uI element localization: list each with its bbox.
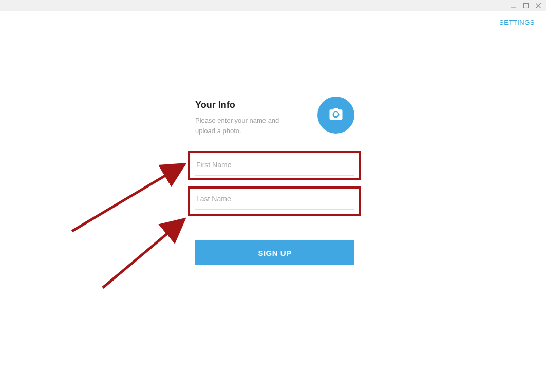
- annotation-arrow-1: [67, 154, 200, 236]
- svg-line-4: [72, 165, 182, 231]
- svg-rect-0: [511, 7, 516, 8]
- svg-rect-1: [524, 3, 529, 8]
- window-titlebar: [0, 0, 546, 11]
- signup-form: Your Info Please enter your name and upl…: [195, 97, 354, 265]
- form-subtitle: Please enter your name and upload a phot…: [195, 116, 288, 136]
- svg-line-5: [103, 221, 182, 288]
- form-header: Your Info Please enter your name and upl…: [195, 97, 354, 136]
- minimize-icon[interactable]: [510, 2, 517, 9]
- signup-button[interactable]: SIGN UP: [195, 240, 354, 265]
- annotation-arrow-2: [98, 200, 200, 293]
- first-name-input[interactable]: [195, 154, 354, 176]
- form-title: Your Info: [195, 100, 317, 110]
- close-icon[interactable]: [535, 2, 542, 9]
- camera-icon: [328, 106, 344, 124]
- upload-photo-button[interactable]: [317, 97, 354, 134]
- maximize-icon[interactable]: [522, 2, 530, 9]
- settings-link[interactable]: SETTINGS: [499, 18, 535, 26]
- last-name-input[interactable]: [195, 188, 354, 210]
- app-header: SETTINGS: [0, 11, 546, 26]
